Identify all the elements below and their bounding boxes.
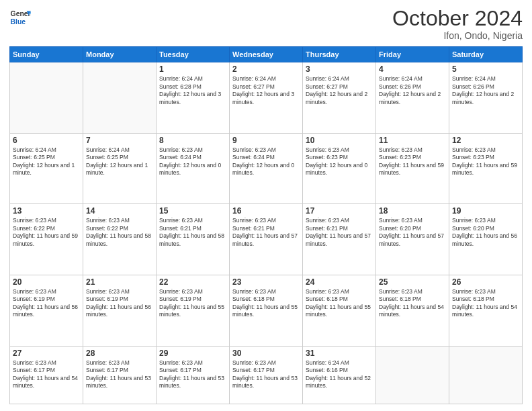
calendar-cell: 20Sunrise: 6:23 AM Sunset: 6:19 PM Dayli… bbox=[10, 275, 83, 346]
day-number: 20 bbox=[13, 277, 80, 287]
day-number: 10 bbox=[306, 136, 373, 145]
calendar-cell: 12Sunrise: 6:23 AM Sunset: 6:23 PM Dayli… bbox=[449, 133, 523, 204]
cell-info: Sunrise: 6:23 AM Sunset: 6:19 PM Dayligh… bbox=[86, 288, 153, 319]
cell-info: Sunrise: 6:24 AM Sunset: 6:16 PM Dayligh… bbox=[306, 359, 373, 390]
calendar-cell: 4Sunrise: 6:24 AM Sunset: 6:26 PM Daylig… bbox=[376, 62, 449, 134]
cell-info: Sunrise: 6:24 AM Sunset: 6:28 PM Dayligh… bbox=[159, 75, 226, 106]
day-number: 24 bbox=[306, 277, 373, 287]
calendar-cell: 14Sunrise: 6:23 AM Sunset: 6:22 PM Dayli… bbox=[83, 204, 157, 275]
calendar-cell: 2Sunrise: 6:24 AM Sunset: 6:27 PM Daylig… bbox=[230, 62, 303, 134]
cell-info: Sunrise: 6:23 AM Sunset: 6:17 PM Dayligh… bbox=[232, 359, 300, 390]
cell-info: Sunrise: 6:23 AM Sunset: 6:20 PM Dayligh… bbox=[452, 217, 519, 248]
cell-info: Sunrise: 6:23 AM Sunset: 6:24 PM Dayligh… bbox=[159, 146, 226, 177]
calendar-cell: 11Sunrise: 6:23 AM Sunset: 6:23 PM Dayli… bbox=[376, 133, 449, 204]
day-number: 26 bbox=[452, 277, 519, 287]
day-number: 15 bbox=[159, 206, 226, 216]
calendar-cell: 28Sunrise: 6:23 AM Sunset: 6:17 PM Dayli… bbox=[83, 346, 157, 404]
calendar-cell: 15Sunrise: 6:23 AM Sunset: 6:21 PM Dayli… bbox=[157, 204, 230, 275]
cell-info: Sunrise: 6:23 AM Sunset: 6:20 PM Dayligh… bbox=[379, 217, 446, 248]
calendar-cell: 6Sunrise: 6:24 AM Sunset: 6:25 PM Daylig… bbox=[10, 133, 83, 204]
week-row-1: 1Sunrise: 6:24 AM Sunset: 6:28 PM Daylig… bbox=[10, 62, 523, 134]
day-number: 23 bbox=[232, 277, 300, 287]
location-subtitle: Ifon, Ondo, Nigeria bbox=[392, 30, 523, 41]
logo-icon: General Blue bbox=[9, 7, 31, 28]
day-number: 12 bbox=[452, 136, 519, 145]
day-number: 1 bbox=[159, 64, 226, 74]
calendar-cell: 23Sunrise: 6:23 AM Sunset: 6:18 PM Dayli… bbox=[230, 275, 303, 346]
calendar-cell: 3Sunrise: 6:24 AM Sunset: 6:27 PM Daylig… bbox=[303, 62, 376, 134]
weekday-header-saturday: Saturday bbox=[449, 47, 523, 62]
calendar-cell: 17Sunrise: 6:23 AM Sunset: 6:21 PM Dayli… bbox=[303, 204, 376, 275]
calendar-cell: 25Sunrise: 6:23 AM Sunset: 6:18 PM Dayli… bbox=[376, 275, 449, 346]
day-number: 25 bbox=[379, 277, 446, 287]
weekday-header-monday: Monday bbox=[83, 47, 157, 62]
calendar-cell: 9Sunrise: 6:23 AM Sunset: 6:24 PM Daylig… bbox=[230, 133, 303, 204]
day-number: 3 bbox=[306, 64, 373, 74]
cell-info: Sunrise: 6:23 AM Sunset: 6:23 PM Dayligh… bbox=[379, 146, 446, 177]
cell-info: Sunrise: 6:23 AM Sunset: 6:17 PM Dayligh… bbox=[13, 359, 80, 390]
weekday-header-thursday: Thursday bbox=[303, 47, 376, 62]
weekday-header-sunday: Sunday bbox=[10, 47, 83, 62]
day-number: 11 bbox=[379, 136, 446, 145]
calendar-cell: 1Sunrise: 6:24 AM Sunset: 6:28 PM Daylig… bbox=[157, 62, 230, 134]
calendar-cell: 24Sunrise: 6:23 AM Sunset: 6:18 PM Dayli… bbox=[303, 275, 376, 346]
day-number: 8 bbox=[159, 136, 226, 145]
cell-info: Sunrise: 6:24 AM Sunset: 6:25 PM Dayligh… bbox=[86, 146, 153, 177]
weekday-header-friday: Friday bbox=[376, 47, 449, 62]
header: General Blue October 2024 Ifon, Ondo, Ni… bbox=[9, 7, 523, 41]
week-row-5: 27Sunrise: 6:23 AM Sunset: 6:17 PM Dayli… bbox=[10, 346, 523, 404]
day-number: 5 bbox=[452, 64, 519, 74]
day-number: 2 bbox=[232, 64, 300, 74]
day-number: 31 bbox=[306, 349, 373, 358]
title-block: October 2024 Ifon, Ondo, Nigeria bbox=[392, 7, 523, 41]
cell-info: Sunrise: 6:23 AM Sunset: 6:18 PM Dayligh… bbox=[306, 288, 373, 319]
svg-text:Blue: Blue bbox=[11, 18, 26, 26]
page: General Blue October 2024 Ifon, Ondo, Ni… bbox=[0, 0, 532, 411]
calendar-cell bbox=[10, 62, 83, 134]
day-number: 16 bbox=[232, 206, 300, 216]
weekday-header-tuesday: Tuesday bbox=[157, 47, 230, 62]
cell-info: Sunrise: 6:23 AM Sunset: 6:17 PM Dayligh… bbox=[86, 359, 153, 390]
cell-info: Sunrise: 6:23 AM Sunset: 6:21 PM Dayligh… bbox=[232, 217, 300, 248]
cell-info: Sunrise: 6:24 AM Sunset: 6:26 PM Dayligh… bbox=[452, 75, 519, 106]
day-number: 17 bbox=[306, 206, 373, 216]
weekday-header-row: SundayMondayTuesdayWednesdayThursdayFrid… bbox=[10, 47, 523, 62]
week-row-3: 13Sunrise: 6:23 AM Sunset: 6:22 PM Dayli… bbox=[10, 204, 523, 275]
cell-info: Sunrise: 6:24 AM Sunset: 6:25 PM Dayligh… bbox=[13, 146, 80, 177]
week-row-4: 20Sunrise: 6:23 AM Sunset: 6:19 PM Dayli… bbox=[10, 275, 523, 346]
cell-info: Sunrise: 6:24 AM Sunset: 6:26 PM Dayligh… bbox=[379, 75, 446, 106]
cell-info: Sunrise: 6:24 AM Sunset: 6:27 PM Dayligh… bbox=[232, 75, 300, 106]
day-number: 21 bbox=[86, 277, 153, 287]
day-number: 14 bbox=[86, 206, 153, 216]
calendar-cell: 16Sunrise: 6:23 AM Sunset: 6:21 PM Dayli… bbox=[230, 204, 303, 275]
day-number: 28 bbox=[86, 349, 153, 358]
cell-info: Sunrise: 6:23 AM Sunset: 6:18 PM Dayligh… bbox=[452, 288, 519, 319]
day-number: 30 bbox=[232, 349, 300, 358]
calendar-cell: 18Sunrise: 6:23 AM Sunset: 6:20 PM Dayli… bbox=[376, 204, 449, 275]
calendar-cell: 26Sunrise: 6:23 AM Sunset: 6:18 PM Dayli… bbox=[449, 275, 523, 346]
cell-info: Sunrise: 6:23 AM Sunset: 6:18 PM Dayligh… bbox=[379, 288, 446, 319]
calendar-cell bbox=[376, 346, 449, 404]
month-title: October 2024 bbox=[392, 7, 523, 30]
day-number: 4 bbox=[379, 64, 446, 74]
calendar-cell: 10Sunrise: 6:23 AM Sunset: 6:23 PM Dayli… bbox=[303, 133, 376, 204]
calendar-cell: 7Sunrise: 6:24 AM Sunset: 6:25 PM Daylig… bbox=[83, 133, 157, 204]
cell-info: Sunrise: 6:23 AM Sunset: 6:18 PM Dayligh… bbox=[232, 288, 300, 319]
calendar-cell: 29Sunrise: 6:23 AM Sunset: 6:17 PM Dayli… bbox=[157, 346, 230, 404]
cell-info: Sunrise: 6:23 AM Sunset: 6:24 PM Dayligh… bbox=[232, 146, 300, 177]
day-number: 29 bbox=[159, 349, 226, 358]
calendar-cell: 21Sunrise: 6:23 AM Sunset: 6:19 PM Dayli… bbox=[83, 275, 157, 346]
calendar-cell: 5Sunrise: 6:24 AM Sunset: 6:26 PM Daylig… bbox=[449, 62, 523, 134]
calendar-cell: 31Sunrise: 6:24 AM Sunset: 6:16 PM Dayli… bbox=[303, 346, 376, 404]
calendar-cell bbox=[449, 346, 523, 404]
day-number: 9 bbox=[232, 136, 300, 145]
calendar-cell: 19Sunrise: 6:23 AM Sunset: 6:20 PM Dayli… bbox=[449, 204, 523, 275]
calendar-cell: 30Sunrise: 6:23 AM Sunset: 6:17 PM Dayli… bbox=[230, 346, 303, 404]
cell-info: Sunrise: 6:23 AM Sunset: 6:19 PM Dayligh… bbox=[13, 288, 80, 319]
cell-info: Sunrise: 6:23 AM Sunset: 6:17 PM Dayligh… bbox=[159, 359, 226, 390]
day-number: 13 bbox=[13, 206, 80, 216]
calendar-cell bbox=[83, 62, 157, 134]
calendar-cell: 8Sunrise: 6:23 AM Sunset: 6:24 PM Daylig… bbox=[157, 133, 230, 204]
weekday-header-wednesday: Wednesday bbox=[230, 47, 303, 62]
cell-info: Sunrise: 6:23 AM Sunset: 6:21 PM Dayligh… bbox=[159, 217, 226, 248]
